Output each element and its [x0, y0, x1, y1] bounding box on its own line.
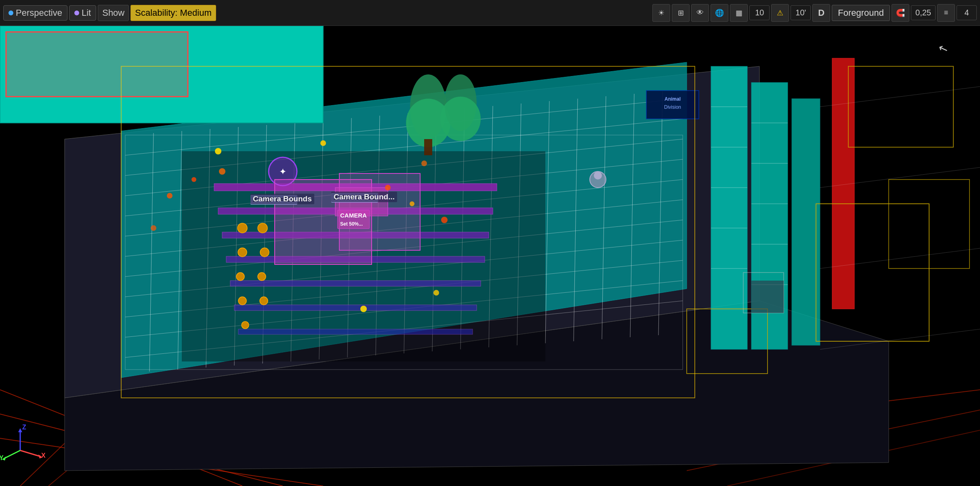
svg-point-69: [238, 223, 247, 233]
svg-text:Y: Y: [0, 454, 4, 461]
svg-point-77: [242, 321, 249, 329]
svg-point-88: [151, 225, 156, 231]
camera-inner-text: CAMERASet 50%...: [340, 211, 367, 227]
show-button[interactable]: Show: [98, 5, 129, 21]
show-label: Show: [102, 8, 124, 18]
svg-point-75: [238, 297, 246, 305]
lit-label: Lit: [82, 8, 91, 18]
snap-value-input[interactable]: 10: [749, 5, 770, 20]
perspective-label: Perspective: [16, 8, 62, 18]
svg-point-85: [219, 168, 225, 175]
svg-rect-42: [711, 66, 747, 349]
camera-icon: 👁: [696, 8, 704, 17]
camera-view-btn[interactable]: 👁: [691, 4, 709, 22]
svg-rect-66: [230, 281, 481, 286]
svg-point-73: [236, 273, 244, 281]
magnet-icon: 🧲: [896, 8, 905, 17]
svg-text:Z: Z: [22, 424, 26, 431]
svg-point-87: [410, 201, 414, 206]
svg-point-76: [260, 297, 268, 305]
snap-size-input[interactable]: 0,25: [911, 5, 936, 20]
svg-line-117: [4, 450, 20, 459]
svg-rect-97: [424, 139, 432, 155]
svg-rect-68: [238, 329, 473, 334]
svg-point-90: [421, 161, 427, 166]
scene-svg: ✦ Animal Division: [0, 26, 980, 486]
layers-icon-btn[interactable]: ≡: [937, 4, 955, 22]
snap-value: 10: [755, 8, 764, 17]
grid-icon-btn[interactable]: ▦: [730, 4, 748, 22]
svg-rect-108: [751, 281, 784, 313]
foreground-label: Foreground: [838, 8, 884, 18]
angle-value-input[interactable]: 10': [791, 5, 811, 20]
camera-bounds-1-text: Camera Bounds: [250, 194, 314, 204]
snap-size-value: 0,25: [915, 8, 931, 17]
sun-icon: ☀: [658, 8, 665, 17]
camera-bounds-2-text: Camera Bound...: [331, 192, 397, 202]
svg-point-74: [258, 273, 266, 281]
scalability-button[interactable]: Scalability: Medium: [130, 5, 216, 21]
mesh-icon-btn[interactable]: ⊞: [672, 4, 690, 22]
perspective-icon: [8, 11, 13, 15]
lit-button[interactable]: Lit: [69, 5, 96, 21]
svg-text:✦: ✦: [279, 167, 286, 177]
lit-icon: [74, 11, 79, 15]
camera-bounds-label-1: Camera Bounds X=320 Y=376: [250, 194, 297, 205]
grid-icon: ▦: [736, 8, 742, 17]
svg-point-93: [360, 306, 367, 312]
svg-point-84: [191, 177, 196, 182]
svg-point-92: [320, 140, 326, 146]
perspective-button[interactable]: Perspective: [3, 5, 67, 21]
main-toolbar: Perspective Lit Show Scalability: Medium…: [0, 0, 980, 26]
scene-viewport[interactable]: ✦ Animal Division: [0, 26, 980, 486]
svg-rect-67: [234, 305, 477, 311]
foreground-dropdown[interactable]: Foreground: [832, 5, 890, 21]
toolbar-right: ☀ ⊞ 👁 🌐 ▦ 10 ⚠ 10' D: [652, 4, 977, 22]
scalability-label: Scalability: Medium: [135, 8, 212, 18]
d-icon: D: [818, 8, 824, 18]
svg-point-91: [215, 148, 221, 154]
svg-point-99: [440, 97, 481, 141]
svg-point-89: [441, 217, 448, 223]
svg-point-71: [238, 248, 247, 257]
d-icon-btn[interactable]: D: [812, 4, 830, 22]
world-icon-btn[interactable]: 🌐: [711, 4, 728, 22]
svg-point-83: [167, 193, 172, 199]
globe-icon: 🌐: [715, 8, 724, 17]
svg-point-122: [594, 171, 602, 180]
svg-point-70: [258, 223, 267, 233]
svg-text:X: X: [41, 452, 46, 459]
svg-line-114: [20, 450, 40, 456]
camera-inner-label: CAMERASet 50%...: [337, 210, 370, 229]
svg-rect-58: [848, 66, 953, 147]
warning-icon-btn[interactable]: ⚠: [771, 4, 789, 22]
svg-marker-112: [18, 428, 22, 432]
layer-value: 4: [964, 8, 969, 17]
mesh-icon: ⊞: [678, 8, 684, 17]
svg-text:Animal: Animal: [665, 96, 681, 102]
svg-rect-110: [6, 32, 188, 97]
angle-value: 10': [795, 8, 806, 17]
svg-point-94: [433, 290, 439, 296]
light-icon-btn[interactable]: ☀: [652, 4, 670, 22]
camera-bounds-label-2: Camera Bound... X=504 Y=375: [331, 192, 378, 203]
svg-text:Division: Division: [664, 104, 681, 110]
svg-point-72: [260, 248, 269, 257]
magnet-icon-btn[interactable]: 🧲: [892, 4, 909, 22]
layers-icon: ≡: [944, 8, 948, 17]
layer-value-input[interactable]: 4: [957, 5, 977, 20]
svg-point-86: [385, 185, 391, 190]
warning-icon: ⚠: [777, 8, 783, 17]
